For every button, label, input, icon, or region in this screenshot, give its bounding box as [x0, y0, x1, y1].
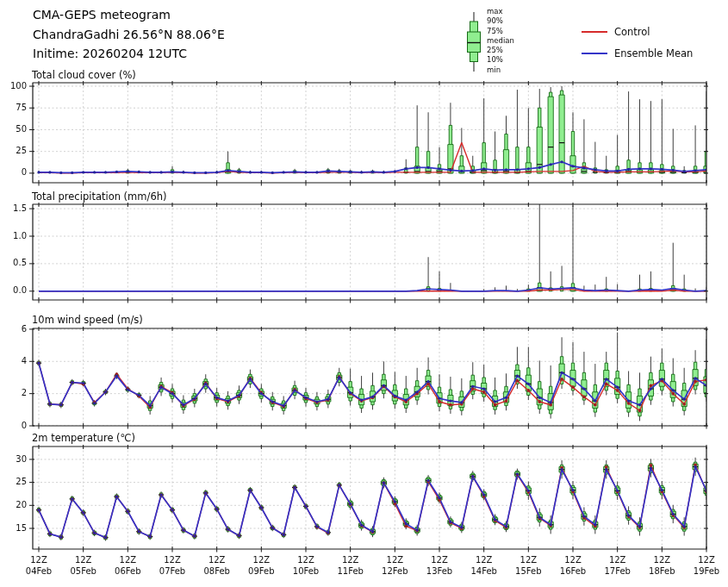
ensemble-mean-line-icon — [582, 53, 607, 54]
panel-title-precipitation: Total precipitation (mm/6h) — [32, 190, 166, 203]
legend-label-25: 25% — [487, 46, 514, 55]
legend-ensemble-mean-label: Ensemble Mean — [614, 47, 693, 59]
legend-entry-ensemble-mean: Ensemble Mean — [582, 47, 693, 60]
legend-control-label: Control — [614, 26, 650, 38]
legend-label-75: 75% — [487, 27, 514, 36]
legend-label-90: 90% — [487, 16, 514, 26]
init-time: Initime: 20260204 12UTC — [33, 44, 225, 64]
panel-title-temperature: 2m temperature (℃) — [32, 432, 135, 444]
meteogram-canvas — [0, 0, 728, 587]
legend-label-max: max — [487, 7, 514, 16]
legend-label-10: 10% — [487, 55, 514, 65]
header: CMA-GEPS meteogram ChandraGadhi 26.56°N … — [33, 5, 225, 64]
glyph-box-inner — [468, 32, 481, 53]
boxplot-legend-labels: max 90% 75% median 25% 10% min — [487, 7, 514, 75]
legend-label-median: median — [487, 36, 514, 46]
panel-title-cloud-cover: Total cloud cover (%) — [32, 69, 136, 81]
product-title: CMA-GEPS meteogram — [33, 5, 225, 25]
meteogram-page: CMA-GEPS meteogram ChandraGadhi 26.56°N … — [0, 0, 728, 587]
boxplot-glyph-icon — [464, 9, 484, 78]
legend-entry-control: Control — [582, 25, 650, 39]
control-line-icon — [582, 31, 607, 33]
station-location: ChandraGadhi 26.56°N 88.06°E — [33, 25, 225, 45]
legend-label-min: min — [487, 66, 514, 75]
panel-title-wind-speed: 10m wind speed (m/s) — [32, 314, 143, 326]
